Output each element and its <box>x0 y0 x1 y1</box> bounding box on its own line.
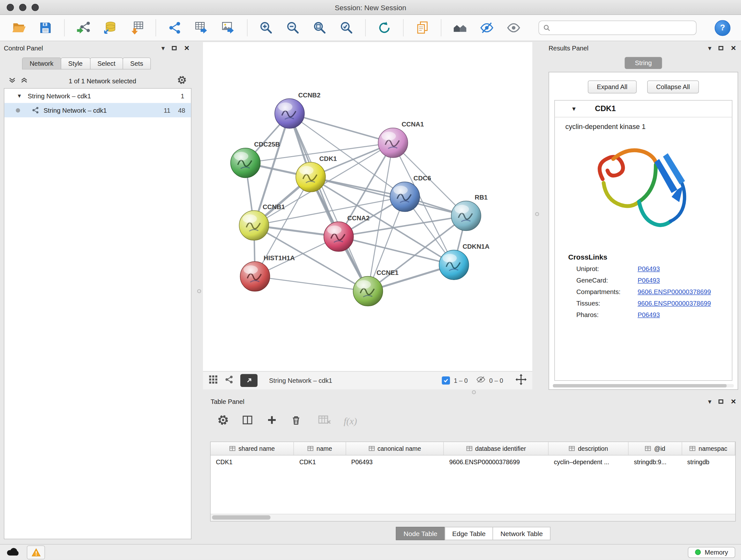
node-label: CCNB1 <box>263 203 285 210</box>
network-node-CDK1[interactable]: CDK1 <box>296 155 337 192</box>
tab-style[interactable]: Style <box>61 57 90 70</box>
show-columns-icon[interactable] <box>242 415 253 428</box>
panel-menu-caret-icon[interactable]: ▾ <box>708 398 712 405</box>
import-network-file-button[interactable] <box>75 20 91 36</box>
close-window-button[interactable] <box>7 4 14 11</box>
network-node-CDKN1A[interactable]: CDKN1A <box>439 243 489 280</box>
panel-float-icon[interactable] <box>172 46 177 50</box>
panel-close-icon[interactable]: ✕ <box>731 45 736 51</box>
tab-sets[interactable]: Sets <box>123 57 151 70</box>
minimize-window-button[interactable] <box>19 4 26 11</box>
network-view-canvas[interactable]: CCNB2CCNA1CDC25BCDK1CDC6RB1CCNB1CCNA2CDK… <box>203 42 532 371</box>
protein-structure-image <box>555 132 732 246</box>
column-header-database-identifier[interactable]: database identifier <box>444 442 549 455</box>
tab-select[interactable]: Select <box>90 57 123 70</box>
crosslink-link[interactable]: P06493 <box>637 265 660 273</box>
tab-network[interactable]: Network <box>22 57 61 70</box>
warnings-button[interactable] <box>27 545 45 559</box>
panel-float-icon[interactable] <box>719 399 724 403</box>
column-header--id[interactable]: @id <box>629 442 682 455</box>
results-horizontal-scrollbar[interactable] <box>553 384 734 388</box>
hidden-items-eye-slash-icon[interactable] <box>476 376 486 385</box>
network-node-HIST1H1A[interactable]: HIST1H1A <box>240 254 295 292</box>
table-horizontal-scrollbar[interactable] <box>211 514 735 521</box>
column-type-icon <box>466 445 472 452</box>
publication-document-button[interactable] <box>414 20 430 36</box>
panel-float-icon[interactable] <box>719 46 724 50</box>
column-header-name[interactable]: name <box>294 442 346 455</box>
splitter-handle[interactable] <box>197 289 201 293</box>
tab-string[interactable]: String <box>625 57 662 69</box>
create-column-plus-icon[interactable] <box>266 415 278 428</box>
apply-layout-button[interactable] <box>376 20 393 36</box>
column-header-namespac[interactable]: namespac <box>682 442 735 455</box>
crosslink-link[interactable]: 9606.ENSP00000378699 <box>637 300 711 307</box>
expand-all-button[interactable]: Expand All <box>588 80 636 94</box>
open-in-new-window-button[interactable] <box>240 374 258 387</box>
table-cell: stringdb <box>682 458 735 466</box>
collapse-all-button[interactable]: Collapse All <box>647 80 699 94</box>
export-image-button[interactable] <box>220 20 237 36</box>
crosslink-link[interactable]: 9606.ENSP00000378699 <box>637 288 711 296</box>
panel-menu-caret-icon[interactable]: ▾ <box>161 45 165 51</box>
houses-icon[interactable] <box>452 20 468 36</box>
panel-close-icon[interactable]: ✕ <box>731 398 736 405</box>
import-table-button[interactable] <box>129 20 145 36</box>
panel-close-icon[interactable]: ✕ <box>184 45 190 51</box>
crosslink-label: GeneCard: <box>576 277 637 284</box>
network-collection-row[interactable]: ▼ String Network – cdk1 1 <box>4 89 191 103</box>
delete-column-trash-icon[interactable] <box>291 415 302 428</box>
new-network-button[interactable] <box>166 20 183 36</box>
column-header-description[interactable]: description <box>549 442 629 455</box>
network-edge[interactable] <box>255 276 368 291</box>
zoom-selected-button[interactable] <box>339 20 355 36</box>
cloud-icon[interactable] <box>6 546 20 558</box>
column-header-shared-name[interactable]: shared name <box>211 442 294 455</box>
import-network-database-button[interactable] <box>102 20 118 36</box>
network-edge[interactable] <box>289 114 393 143</box>
open-session-button[interactable] <box>10 20 27 36</box>
tab-edge-table[interactable]: Edge Table <box>445 527 493 540</box>
crosslink-link[interactable]: P06493 <box>637 311 660 319</box>
network-node-RB1[interactable]: RB1 <box>451 194 488 231</box>
gene-entry-header[interactable]: ▼ CDK1 <box>555 101 732 118</box>
zoom-in-button[interactable] <box>258 20 274 36</box>
column-header-canonical-name[interactable]: canonical name <box>346 442 444 455</box>
network-row-selected[interactable]: String Network – cdk1 11 48 <box>4 103 191 118</box>
panel-menu-caret-icon[interactable]: ▾ <box>708 45 712 51</box>
network-node-CCNA1[interactable]: CCNA1 <box>378 121 424 158</box>
help-button[interactable]: ? <box>715 20 731 36</box>
network-icon <box>31 106 39 114</box>
search-box[interactable] <box>539 21 697 35</box>
splitter-handle[interactable] <box>535 212 539 216</box>
save-session-button[interactable] <box>37 20 54 36</box>
collapse-all-networks-icon[interactable] <box>9 76 16 85</box>
network-graph[interactable]: CCNB2CCNA1CDC25BCDK1CDC6RB1CCNB1CCNA2CDK… <box>203 42 532 371</box>
expand-all-networks-icon[interactable] <box>21 76 28 85</box>
selected-nodes-checkbox-icon[interactable] <box>442 376 450 385</box>
export-table-button[interactable] <box>193 20 210 36</box>
zoom-fit-button[interactable] <box>312 20 328 36</box>
tab-node-table[interactable]: Node Table <box>396 527 445 540</box>
table-row[interactable]: CDK1CDK1P064939606.ENSP00000378699cyclin… <box>211 455 735 469</box>
selected-node-edge-count: 1 – 0 <box>454 377 468 384</box>
crosslink-link[interactable]: P06493 <box>637 277 660 284</box>
network-node-CCNB2[interactable]: CCNB2 <box>275 91 320 128</box>
tab-network-table[interactable]: Network Table <box>493 527 550 540</box>
search-input[interactable] <box>554 23 692 32</box>
entry-expand-caret-icon[interactable]: ▼ <box>571 105 577 112</box>
zoom-out-button[interactable] <box>285 20 301 36</box>
pan-crosshair-icon[interactable] <box>516 374 527 387</box>
table-toolbar: f(x) <box>217 412 738 431</box>
zoom-window-button[interactable] <box>31 4 39 11</box>
show-graphics-details-button[interactable] <box>506 20 522 36</box>
network-share-icon[interactable] <box>225 375 234 386</box>
birdseye-grid-icon[interactable] <box>209 375 218 386</box>
table-settings-gear-icon[interactable] <box>217 415 229 428</box>
tree-expand-caret-icon[interactable]: ▼ <box>17 93 22 99</box>
splitter-handle[interactable] <box>472 390 476 394</box>
hide-graphics-details-button[interactable] <box>479 20 495 36</box>
network-edge[interactable] <box>289 114 368 291</box>
network-options-gear-icon[interactable] <box>177 75 187 87</box>
memory-button[interactable]: Memory <box>688 547 735 558</box>
